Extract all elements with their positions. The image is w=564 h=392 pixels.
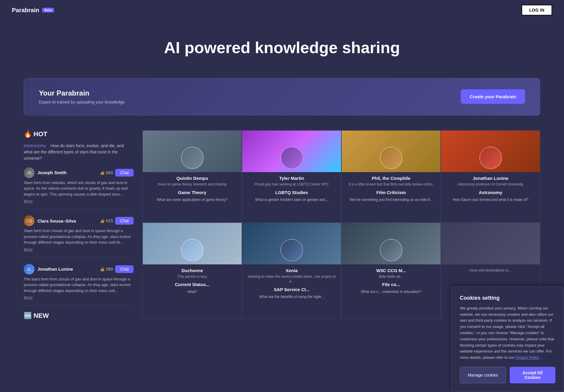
like-count: 👍 615 (100, 218, 113, 223)
expert-name: W3C CCG M... (345, 268, 437, 273)
thumb-up-icon: 👍 (100, 218, 105, 223)
card-image (441, 131, 540, 172)
expert-question: What is gender trouble's take on gender … (246, 197, 338, 202)
card-image (342, 223, 441, 264)
hot-section-title: 🔥 HOT (24, 130, 134, 138)
expert-question: What are v... credentials in education? (345, 289, 437, 294)
expert-name: Xenia (246, 268, 338, 273)
expert-question: Tell me something you find interesting a… (345, 197, 437, 202)
hot-question: #Astronomy How do stars form, evolve, an… (24, 143, 134, 161)
expert-card-duchenne[interactable]: Duchenne This person is lazy Current Sta… (142, 223, 242, 320)
thumb-up-icon: 👍 (100, 170, 105, 175)
expert-card-tyler[interactable]: Tyler Martin Proud gay man working at LG… (242, 130, 341, 223)
answer-header: CS Clara Sousa–Silva 👍 615 Chat (24, 215, 134, 226)
card-image (441, 223, 540, 264)
expert-question: what? (146, 289, 238, 294)
card-body: Jonathan Lunine Astronomy professor of C… (441, 172, 540, 206)
more-link[interactable]: More (24, 295, 134, 300)
card-body: Tyler Martin Proud gay man working at LG… (242, 172, 341, 206)
expert-desc: Proud gay man working at LGBTQ Center NY… (246, 182, 338, 187)
card-image (143, 131, 242, 172)
expert-question: What are the benefits of using the Agile… (246, 294, 338, 299)
expert-topic: Astronomy (445, 190, 536, 195)
card-image (342, 131, 441, 172)
hero-section: AI powered knowledge sharing (0, 20, 564, 69)
avatar: CS (24, 215, 34, 226)
chat-button[interactable]: Chat (115, 217, 134, 225)
answerer-name: Jonathan Lunine (37, 266, 97, 272)
expert-desc: Bitte stelle de... (345, 274, 437, 279)
card-image (242, 131, 341, 172)
answer-actions: 👍 660 Chat (100, 169, 134, 177)
card-image (242, 223, 341, 264)
card-image (143, 223, 242, 264)
expert-name: Quintin Demps (146, 176, 238, 181)
answerer-name: Joseph Smith (37, 170, 97, 175)
expert-desc: Astronomy professor of Cornell Universit… (445, 182, 536, 187)
logo-text: Parabrain (12, 7, 39, 14)
expert-desc: This person is lazy (146, 274, 238, 279)
answer-card: CS Clara Sousa–Silva 👍 615 Chat Stars fo… (24, 215, 134, 257)
more-link[interactable]: More (24, 247, 134, 252)
expert-name: Duchenne (146, 268, 238, 273)
expert-topic: File co... (345, 282, 437, 287)
header: Parabrain Beta LOG IN (0, 0, 564, 20)
expert-desc: It is a little known fact that films sec… (345, 182, 437, 187)
expert-topic: SAP Service Cl... (246, 287, 338, 292)
beta-badge: Beta (42, 8, 54, 12)
card-body: must-visit destinations or... (441, 264, 540, 280)
chat-button[interactable]: Chat (115, 169, 134, 177)
avatar: JS (24, 167, 34, 178)
expert-avatar (281, 239, 303, 261)
expert-name: Jonathan Lunine (445, 176, 536, 181)
card-body: Phil, the Cinephile It is a little known… (342, 172, 441, 206)
banner-title: Your Parabrain (39, 89, 125, 97)
answer-header: JS Joseph Smith 👍 660 Chat (24, 167, 134, 178)
expert-desc: Keen on game theory research and sharing (146, 182, 238, 187)
card-body: Xenia Seeking to make the world a better… (242, 264, 341, 303)
expert-card-quintin[interactable]: Quintin Demps Keen on game theory resear… (142, 130, 242, 223)
answer-actions: 👍 589 Chat (100, 265, 134, 273)
like-count: 👍 660 (100, 170, 113, 175)
expert-question: How Saturn was formed and what it is mad… (445, 197, 536, 202)
card-body: W3C CCG M... Bitte stelle de... File co.… (342, 264, 441, 298)
avatar: JL (24, 264, 34, 274)
more-link[interactable]: More (24, 199, 134, 203)
manage-cookies-button[interactable]: Manage cookies (460, 367, 506, 383)
left-panel: 🔥 HOT #Astronomy How do stars form, evol… (24, 130, 134, 320)
expert-topic: Current Status... (146, 282, 238, 287)
card-body: Quintin Demps Keen on game theory resear… (143, 172, 242, 206)
banner-subtitle: Expert AI trained by uploading your know… (39, 100, 125, 104)
create-parabrain-button[interactable]: Create your Parabrain (461, 89, 525, 104)
expert-name: Phil, the Cinephile (345, 176, 437, 181)
expert-card-w3c[interactable]: W3C CCG M... Bitte stelle de... File co.… (341, 223, 441, 320)
accept-all-cookies-button[interactable]: Accept All Cookies (510, 367, 555, 383)
privacy-policy-link[interactable]: Privacy Policy (515, 355, 539, 360)
cookie-banner: Cookies setting We greatly prioritize yo… (451, 286, 564, 392)
expert-card-phil[interactable]: Phil, the Cinephile It is a little known… (341, 130, 441, 223)
answer-card: JS Joseph Smith 👍 660 Chat Stars form fr… (24, 167, 134, 209)
expert-topic: Film Criticism (345, 190, 437, 195)
answerer-name: Clara Sousa–Silva (37, 218, 97, 223)
banner-text: Your Parabrain Expert AI trained by uplo… (39, 89, 125, 104)
thumb-up-icon: 👍 (100, 267, 105, 272)
expert-avatar (181, 147, 204, 169)
answer-header: JL Jonathan Lunine 👍 589 Chat (24, 264, 134, 274)
question-tag: #Astronomy (24, 143, 46, 148)
login-button[interactable]: LOG IN (522, 5, 552, 15)
answer-text: Stars form from clouds of gas and dust i… (24, 228, 134, 245)
logo-area: Parabrain Beta (12, 7, 54, 14)
expert-topic: Game Theory (146, 190, 238, 195)
expert-avatar (181, 239, 204, 261)
answer-text: Stars form from nebulas, which are cloud… (24, 180, 134, 197)
expert-avatar (380, 239, 403, 261)
expert-desc: Seeking to make the world a better place… (246, 274, 338, 284)
like-count: 👍 589 (100, 267, 113, 272)
card-body: Duchenne This person is lazy Current Sta… (143, 264, 242, 298)
answer-text: The stars form from clouds of gas and du… (24, 276, 134, 294)
expert-topic: LGBTQ Studies (246, 190, 338, 195)
answer-actions: 👍 615 Chat (100, 217, 134, 225)
expert-card-xenia[interactable]: Xenia Seeking to make the world a better… (242, 223, 341, 320)
chat-button[interactable]: Chat (115, 265, 134, 273)
expert-card-jonathan[interactable]: Jonathan Lunine Astronomy professor of C… (441, 130, 540, 223)
